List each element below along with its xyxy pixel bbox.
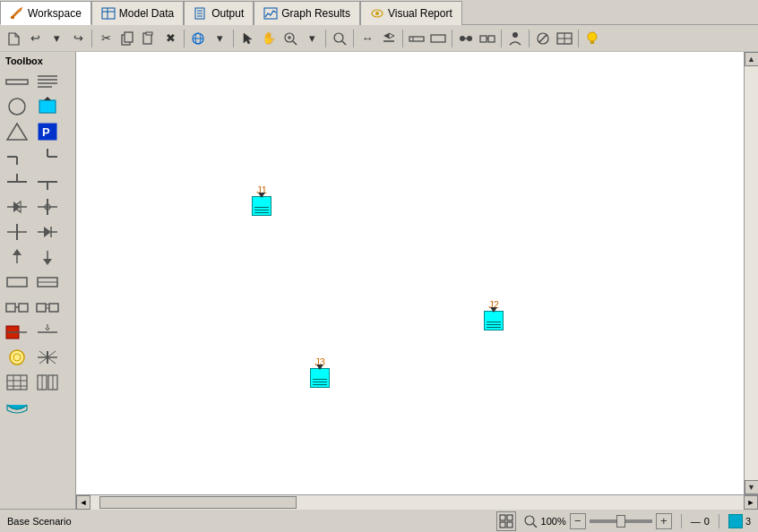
tool-elbow2[interactable] bbox=[34, 145, 61, 168]
vertical-scrollbar[interactable]: ▲ ▼ bbox=[744, 52, 758, 494]
globe-arrow-btn[interactable]: ▾ bbox=[210, 29, 229, 48]
tool-circle[interactable] bbox=[4, 95, 30, 118]
scroll-up-btn[interactable]: ▲ bbox=[745, 52, 759, 66]
zoom-in-btn[interactable] bbox=[280, 29, 300, 48]
rect1-icon bbox=[5, 272, 29, 292]
arrows-h-btn[interactable]: ↔ bbox=[357, 29, 377, 48]
zoom-slider[interactable] bbox=[590, 519, 652, 523]
tool-grid2[interactable] bbox=[4, 371, 30, 394]
tab-workspace[interactable]: Workspace bbox=[0, 1, 91, 25]
pipe2-btn[interactable] bbox=[428, 29, 448, 48]
scroll-right-btn[interactable]: ► bbox=[744, 495, 758, 510]
globe-btn[interactable] bbox=[188, 29, 208, 48]
tool-grid3[interactable] bbox=[34, 371, 61, 394]
redo-btn[interactable]: ↪ bbox=[68, 29, 88, 48]
junction-j2-box[interactable] bbox=[484, 311, 504, 330]
tab-graph-results[interactable]: Graph Results bbox=[254, 1, 360, 25]
no-btn[interactable] bbox=[533, 29, 553, 48]
delete-btn[interactable]: ✖ bbox=[160, 29, 180, 48]
tool-rect2[interactable] bbox=[34, 270, 61, 294]
undo-btn[interactable]: ↩ bbox=[25, 29, 45, 48]
butterfly2-icon bbox=[36, 348, 59, 367]
sep1 bbox=[91, 30, 92, 47]
zoom-plus-btn[interactable]: + bbox=[656, 513, 672, 529]
fit-to-window-btn[interactable] bbox=[496, 511, 516, 531]
zoom-slider-thumb[interactable] bbox=[616, 515, 625, 528]
circle-icon bbox=[5, 97, 29, 116]
toolbox-title: Toolbox bbox=[2, 54, 73, 68]
tool-tray[interactable] bbox=[4, 396, 30, 419]
junction-j2-line1 bbox=[487, 322, 501, 322]
grid-btn[interactable] bbox=[555, 29, 574, 48]
tool-joint[interactable] bbox=[34, 321, 61, 344]
paste-btn[interactable] bbox=[139, 29, 159, 48]
new-btn[interactable] bbox=[4, 29, 23, 48]
tool-triangle[interactable] bbox=[4, 120, 30, 143]
canvas-wrapper: J1 J2 bbox=[76, 52, 758, 509]
tool-text[interactable] bbox=[34, 70, 61, 93]
junction-j1-box[interactable] bbox=[252, 196, 271, 216]
tool-red-comp[interactable] bbox=[4, 321, 30, 344]
scroll-track-v[interactable] bbox=[745, 66, 759, 480]
person-btn[interactable] bbox=[505, 29, 525, 48]
pipe-btn[interactable] bbox=[407, 29, 426, 48]
copy-btn[interactable] bbox=[117, 29, 137, 48]
cut-btn[interactable]: ✂ bbox=[96, 29, 116, 48]
tool-circle2[interactable] bbox=[4, 346, 30, 369]
svg-rect-98 bbox=[7, 375, 27, 390]
select-btn[interactable] bbox=[237, 29, 257, 48]
bulb-btn[interactable] bbox=[582, 29, 602, 48]
sep-status2 bbox=[719, 514, 719, 528]
tool-point-p[interactable]: P bbox=[34, 120, 61, 143]
junction-j1[interactable]: J1 bbox=[252, 184, 271, 216]
undo-arrow-btn[interactable]: ▾ bbox=[47, 29, 66, 48]
link-btn[interactable] bbox=[478, 29, 497, 48]
scroll-track-h[interactable] bbox=[90, 495, 744, 510]
tool-arrow-down[interactable] bbox=[34, 245, 61, 269]
junction-j3-box[interactable] bbox=[310, 368, 330, 388]
scroll-thumb-h[interactable] bbox=[99, 496, 297, 509]
tool-pipe-h[interactable] bbox=[4, 70, 30, 93]
scroll-down-btn[interactable]: ▼ bbox=[745, 480, 759, 494]
table-icon bbox=[101, 7, 116, 20]
node-btn[interactable] bbox=[456, 29, 476, 48]
new-icon bbox=[6, 31, 21, 46]
zoom-value: 100% bbox=[541, 516, 566, 527]
tool-tee1[interactable] bbox=[4, 170, 30, 193]
svg-line-36 bbox=[539, 35, 547, 42]
canvas-area[interactable]: J1 J2 bbox=[76, 52, 744, 494]
main-layout: Toolbox bbox=[0, 52, 758, 509]
sep3 bbox=[233, 30, 234, 47]
scroll-left-btn[interactable]: ◄ bbox=[76, 495, 90, 510]
svg-rect-42 bbox=[6, 80, 28, 84]
tab-output[interactable]: Output bbox=[184, 1, 254, 25]
junction-j2[interactable]: J2 bbox=[484, 299, 504, 330]
tool-valve1[interactable] bbox=[4, 195, 30, 219]
tool-coil[interactable] bbox=[34, 296, 61, 319]
svg-line-19 bbox=[293, 41, 297, 45]
tab-model-data[interactable]: Model Data bbox=[91, 1, 184, 25]
tab-visual-report[interactable]: Visual Report bbox=[360, 1, 462, 25]
tool-pipe-r[interactable] bbox=[4, 296, 30, 319]
tool-elbow1[interactable] bbox=[4, 145, 30, 168]
tool-valve3[interactable] bbox=[4, 220, 30, 244]
flip-btn[interactable] bbox=[379, 29, 399, 48]
tool-butterfly[interactable] bbox=[34, 195, 61, 219]
svg-text:P: P bbox=[42, 125, 50, 139]
tool-reservoir[interactable] bbox=[34, 95, 61, 118]
find-btn[interactable] bbox=[330, 29, 349, 48]
zoom-minus-btn[interactable]: − bbox=[570, 513, 586, 529]
junction-j3[interactable]: J3 bbox=[310, 356, 330, 388]
zoom-arrow-btn[interactable]: ▾ bbox=[302, 29, 322, 48]
hand-btn[interactable]: ✋ bbox=[259, 29, 279, 48]
tee2-icon bbox=[36, 172, 59, 192]
tool-arrow-up[interactable] bbox=[4, 245, 30, 269]
horizontal-scrollbar[interactable]: ◄ ► bbox=[76, 494, 758, 509]
zoom-glass-icon bbox=[523, 514, 538, 528]
tool-check[interactable] bbox=[34, 220, 61, 244]
sep2 bbox=[184, 30, 185, 47]
tool-tee2[interactable] bbox=[34, 170, 61, 193]
tool-rect1[interactable] bbox=[4, 270, 30, 294]
tool-butterfly2[interactable] bbox=[34, 346, 61, 369]
tool-grid: P bbox=[2, 68, 73, 421]
